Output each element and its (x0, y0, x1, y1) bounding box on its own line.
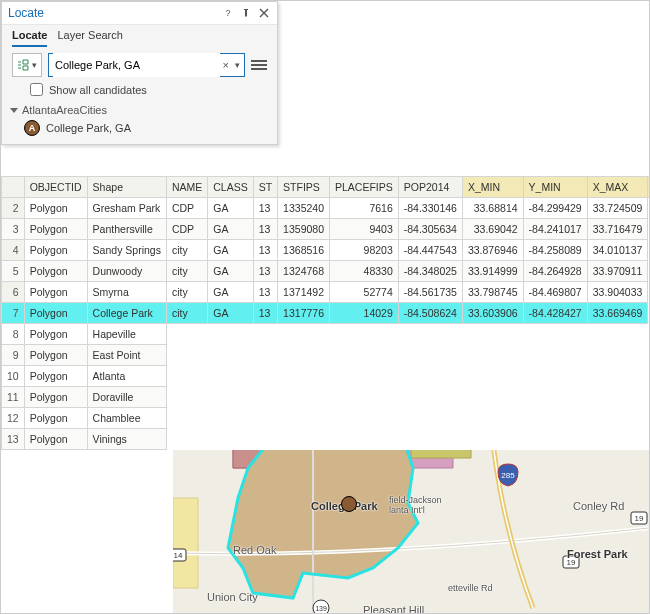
label-airport2: lanta Int'l (389, 505, 425, 515)
chevron-down-icon: ▾ (32, 60, 37, 70)
map-result-pin (341, 496, 357, 512)
autohide-icon[interactable] (239, 6, 253, 20)
svg-text:?: ? (225, 8, 230, 18)
label-ette: etteville Rd (448, 583, 493, 593)
table-row[interactable]: 11PolygonDoraville (2, 387, 651, 408)
results-section: AtlantaAreaCities A College Park, GA (2, 104, 277, 144)
table-row[interactable]: 3PolygonPanthersvilleCDPGA1313590809403-… (2, 219, 651, 240)
label-forest: Forest Park (567, 548, 628, 560)
help-icon[interactable]: ? (221, 6, 235, 20)
poly-misc1 (173, 498, 198, 588)
col-placefips[interactable]: PLACEFIPS (330, 177, 399, 198)
search-field[interactable]: × ▾ (48, 53, 245, 77)
svg-text:285: 285 (501, 471, 515, 480)
result-pin-icon: A (24, 120, 40, 136)
table-row[interactable]: 6PolygonSmyrnacityGA13137149252774-84.56… (2, 282, 651, 303)
caret-down-icon (10, 108, 18, 113)
close-icon[interactable] (257, 6, 271, 20)
attribute-table[interactable]: OBJECTIDShapeNAMECLASSSTSTFIPSPLACEFIPSP… (1, 176, 650, 450)
show-all-label: Show all candidates (49, 84, 147, 96)
tab-layer-search[interactable]: Layer Search (57, 29, 122, 47)
label-conley: Conley Rd (573, 500, 624, 512)
search-row: ▾ × ▾ (2, 47, 277, 83)
col-class[interactable]: CLASS (208, 177, 253, 198)
panel-tabs: Locate Layer Search (2, 25, 277, 47)
shield-us14: 14 (173, 549, 186, 561)
result-item-label: College Park, GA (46, 122, 131, 134)
clear-icon[interactable]: × (220, 59, 232, 71)
col-y_min[interactable]: Y_MIN (523, 177, 587, 198)
col-shape[interactable]: Shape (87, 177, 166, 198)
svg-text:19: 19 (635, 514, 644, 523)
table-row[interactable]: 4PolygonSandy SpringscityGA1313685169820… (2, 240, 651, 261)
table-row[interactable]: 8PolygonHapeville (2, 324, 651, 345)
col-objectid[interactable]: OBJECTID (24, 177, 87, 198)
col-st[interactable]: ST (253, 177, 277, 198)
locate-panel: Locate ? Locate Layer Search ▾ × ▾ Show … (1, 1, 278, 145)
options-menu-icon[interactable] (251, 57, 267, 73)
table-header-row: OBJECTIDShapeNAMECLASSSTSTFIPSPLACEFIPSP… (2, 177, 651, 198)
col-pop2014[interactable]: POP2014 (398, 177, 462, 198)
table-row[interactable]: 9PolygonEast Point (2, 345, 651, 366)
svg-text:139: 139 (315, 605, 327, 612)
table-row[interactable]: 12PolygonChamblee (2, 408, 651, 429)
table-row[interactable]: 13PolygonVinings (2, 429, 651, 450)
col-x_min[interactable]: X_MIN (462, 177, 523, 198)
table-row[interactable]: 5PolygonDunwoodycityGA13132476848330-84.… (2, 261, 651, 282)
col-stfips[interactable]: STFIPS (278, 177, 330, 198)
locator-icon (17, 59, 29, 71)
panel-header: Locate ? (2, 2, 277, 25)
label-airport1: field-Jackson (389, 495, 442, 505)
shield-ga139: 139 (313, 600, 329, 614)
result-layer-name: AtlantaAreaCities (22, 104, 107, 116)
search-input[interactable] (53, 53, 220, 77)
show-all-checkbox[interactable] (30, 83, 43, 96)
col-x_max[interactable]: X_MAX (587, 177, 648, 198)
table-body: 2PolygonGresham ParkCDPGA1313352407616-8… (2, 198, 651, 450)
search-dropdown-icon[interactable]: ▾ (235, 60, 240, 70)
locator-mode-button[interactable]: ▾ (12, 53, 42, 77)
shield-i285: 285 (498, 464, 518, 486)
table-row[interactable]: 10PolygonAtlanta (2, 366, 651, 387)
result-item[interactable]: A College Park, GA (10, 116, 269, 136)
svg-text:14: 14 (174, 551, 183, 560)
show-all-row: Show all candidates (2, 83, 277, 104)
panel-title: Locate (8, 6, 217, 20)
result-layer-header[interactable]: AtlantaAreaCities (10, 104, 269, 116)
label-redoak: Red Oak (233, 544, 276, 556)
shield-us19b: 19 (631, 512, 647, 524)
tab-locate[interactable]: Locate (12, 29, 47, 47)
label-union: Union City (207, 591, 258, 603)
table-row[interactable]: 7PolygonCollege ParkcityGA13131777614029… (2, 303, 651, 324)
table-row[interactable]: 2PolygonGresham ParkCDPGA1313352407616-8… (2, 198, 651, 219)
col-name[interactable]: NAME (166, 177, 207, 198)
label-pleasant: Pleasant Hill (363, 604, 424, 614)
